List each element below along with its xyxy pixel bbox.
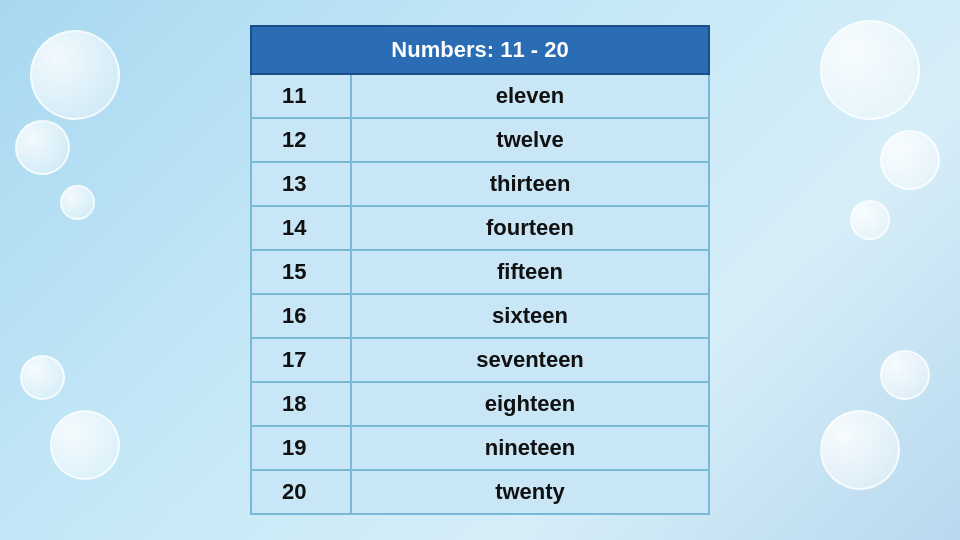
number-cell: 20: [251, 470, 351, 514]
number-cell: 16: [251, 294, 351, 338]
word-cell: fifteen: [351, 250, 709, 294]
numbers-table: Numbers: 11 - 20 11eleven12twelve13thirt…: [250, 25, 710, 515]
word-cell: eighteen: [351, 382, 709, 426]
bubble-decoration: [60, 185, 95, 220]
number-cell: 18: [251, 382, 351, 426]
number-cell: 13: [251, 162, 351, 206]
word-cell: seventeen: [351, 338, 709, 382]
table-row: 15fifteen: [251, 250, 709, 294]
word-cell: twenty: [351, 470, 709, 514]
word-cell: nineteen: [351, 426, 709, 470]
bubble-decoration: [20, 355, 65, 400]
number-cell: 14: [251, 206, 351, 250]
bubble-decoration: [30, 30, 120, 120]
bubble-decoration: [880, 130, 940, 190]
number-cell: 12: [251, 118, 351, 162]
number-cell: 17: [251, 338, 351, 382]
number-cell: 19: [251, 426, 351, 470]
word-cell: sixteen: [351, 294, 709, 338]
number-cell: 15: [251, 250, 351, 294]
table-row: 11eleven: [251, 74, 709, 118]
table-row: 14fourteen: [251, 206, 709, 250]
table-row: 20twenty: [251, 470, 709, 514]
main-table-container: Numbers: 11 - 20 11eleven12twelve13thirt…: [250, 25, 710, 515]
table-title: Numbers: 11 - 20: [251, 26, 709, 74]
table-row: 12twelve: [251, 118, 709, 162]
bubble-decoration: [50, 410, 120, 480]
word-cell: twelve: [351, 118, 709, 162]
bubble-decoration: [820, 410, 900, 490]
table-row: 13thirteen: [251, 162, 709, 206]
bubble-decoration: [880, 350, 930, 400]
table-row: 17seventeen: [251, 338, 709, 382]
bubble-decoration: [820, 20, 920, 120]
table-row: 16sixteen: [251, 294, 709, 338]
table-row: 19nineteen: [251, 426, 709, 470]
word-cell: eleven: [351, 74, 709, 118]
word-cell: thirteen: [351, 162, 709, 206]
table-row: 18eighteen: [251, 382, 709, 426]
number-cell: 11: [251, 74, 351, 118]
bubble-decoration: [850, 200, 890, 240]
word-cell: fourteen: [351, 206, 709, 250]
bubble-decoration: [15, 120, 70, 175]
